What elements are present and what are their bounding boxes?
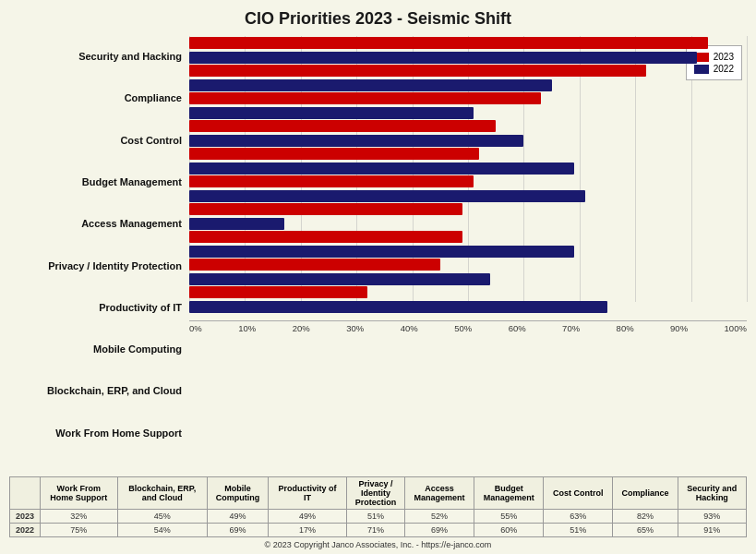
y-label: Productivity of IT	[9, 302, 182, 314]
bar-2023	[189, 120, 496, 132]
table-cell-2022: 91%	[678, 524, 746, 537]
bar-row-2023	[189, 175, 747, 187]
bar-2023	[189, 231, 462, 243]
table-row-2023: 202332%45%49%49%51%52%55%63%82%93%	[10, 510, 747, 524]
y-label: Budget Management	[9, 176, 182, 188]
grid-line	[747, 36, 748, 302]
bar-2022	[189, 246, 574, 258]
bar-row-2022	[189, 78, 747, 91]
x-axis-label: 80%	[617, 323, 634, 333]
y-label: Security and Hacking	[9, 51, 182, 63]
bar-2023	[189, 65, 646, 77]
y-label: Blockchain, ERP, and Cloud	[9, 385, 182, 397]
table-row-2022: 202275%54%69%17%71%69%60%51%65%91%	[10, 524, 747, 537]
table-column-header: Mobile Computing	[207, 477, 268, 510]
bar-2023	[189, 37, 708, 49]
bar-2022	[189, 79, 552, 91]
bar-group	[189, 36, 747, 64]
table-column-header: Privacy / Identity Protection	[347, 477, 405, 510]
bar-row-2023	[189, 119, 747, 132]
table-cell-2023: 93%	[678, 510, 746, 524]
bar-row-2022	[189, 189, 747, 202]
bar-group	[189, 147, 747, 175]
footer: © 2023 Copyright Janco Associates, Inc. …	[9, 540, 747, 549]
bar-2023	[189, 286, 367, 298]
year-label-2023: 2023	[10, 510, 41, 524]
x-axis-label: 50%	[454, 323, 472, 333]
bar-2022	[189, 135, 523, 147]
bar-row-2022	[189, 300, 747, 313]
bar-2022	[189, 218, 284, 230]
bar-groups	[189, 36, 747, 317]
table-column-header: Security and Hacking	[678, 477, 746, 510]
bar-2023	[189, 148, 479, 160]
y-label: Compliance	[9, 92, 182, 104]
bar-row-2022	[189, 106, 747, 119]
bar-row-2022	[189, 134, 747, 147]
table-column-header: Blockchain, ERP, and Cloud	[117, 477, 207, 510]
table-cell-2023: 55%	[474, 510, 544, 524]
bar-row-2023	[189, 36, 747, 49]
bar-row-2022	[189, 51, 747, 64]
table-column-header: Cost Control	[544, 477, 613, 510]
bars-container: 20232022	[189, 36, 747, 320]
data-table: Work From Home SupportBlockchain, ERP, a…	[9, 476, 747, 537]
table-cell-2022: 51%	[544, 524, 613, 537]
x-axis-label: 0%	[189, 323, 202, 333]
bar-2022	[189, 52, 697, 64]
table-column-header: Productivity of IT	[269, 477, 347, 510]
x-axis: 0%10%20%30%40%50%60%70%80%90%100%	[189, 320, 747, 333]
bar-2022	[189, 273, 490, 285]
table-column-header: Work From Home Support	[40, 477, 117, 510]
bar-group	[189, 202, 747, 230]
bar-2023	[189, 92, 541, 104]
y-label: Access Management	[9, 218, 182, 230]
bar-group	[189, 230, 747, 258]
chart-title: CIO Priorities 2023 - Seismic Shift	[9, 9, 747, 29]
table-column-header: Budget Management	[474, 477, 544, 510]
bar-2023	[189, 175, 474, 187]
table-cell-2023: 52%	[404, 510, 474, 524]
chart-area: Security and HackingComplianceCost Contr…	[9, 36, 747, 473]
bars-wrapper: 20232022 0%10%20%30%40%50%60%70%80%90%10…	[189, 36, 747, 473]
y-axis-labels: Security and HackingComplianceCost Contr…	[9, 36, 189, 473]
table-cell-2022: 17%	[269, 524, 347, 537]
bar-2022	[189, 107, 474, 119]
table-cell-2022: 69%	[404, 524, 474, 537]
table-cell-2023: 63%	[544, 510, 613, 524]
table-cell-2023: 82%	[613, 510, 678, 524]
bar-row-2023	[189, 202, 747, 215]
bar-row-2022	[189, 162, 747, 175]
bar-row-2023	[189, 285, 747, 298]
bar-group	[189, 175, 747, 202]
main-container: CIO Priorities 2023 - Seismic Shift Secu…	[0, 0, 756, 554]
bar-2023	[189, 203, 462, 215]
table-cell-2023: 32%	[40, 510, 117, 524]
table-cell-2022: 54%	[117, 524, 207, 537]
table-cell-2022: 60%	[474, 524, 544, 537]
table-column-header: Compliance	[613, 477, 678, 510]
bar-row-2023	[189, 230, 747, 243]
table-cell-2023: 51%	[347, 510, 405, 524]
bar-group	[189, 258, 747, 285]
x-axis-label: 30%	[346, 323, 364, 333]
table-cell-2022: 71%	[347, 524, 405, 537]
x-axis-label: 20%	[293, 323, 310, 333]
bar-group	[189, 285, 747, 313]
bar-group	[189, 119, 747, 147]
bar-group	[189, 91, 747, 119]
y-label: Privacy / Identity Protection	[9, 260, 182, 272]
bar-row-2023	[189, 147, 747, 160]
data-table-section: Work From Home SupportBlockchain, ERP, a…	[9, 476, 747, 537]
bar-2022	[189, 163, 574, 175]
bar-group	[189, 64, 747, 91]
bar-row-2022	[189, 245, 747, 258]
table-cell-2023: 49%	[207, 510, 268, 524]
x-axis-label: 100%	[725, 323, 747, 333]
x-axis-label: 40%	[401, 323, 418, 333]
x-axis-label: 60%	[509, 323, 526, 333]
bar-2022	[189, 301, 607, 313]
x-axis-label: 90%	[670, 323, 688, 333]
table-cell-2022: 65%	[613, 524, 678, 537]
table-cell-2023: 49%	[269, 510, 347, 524]
